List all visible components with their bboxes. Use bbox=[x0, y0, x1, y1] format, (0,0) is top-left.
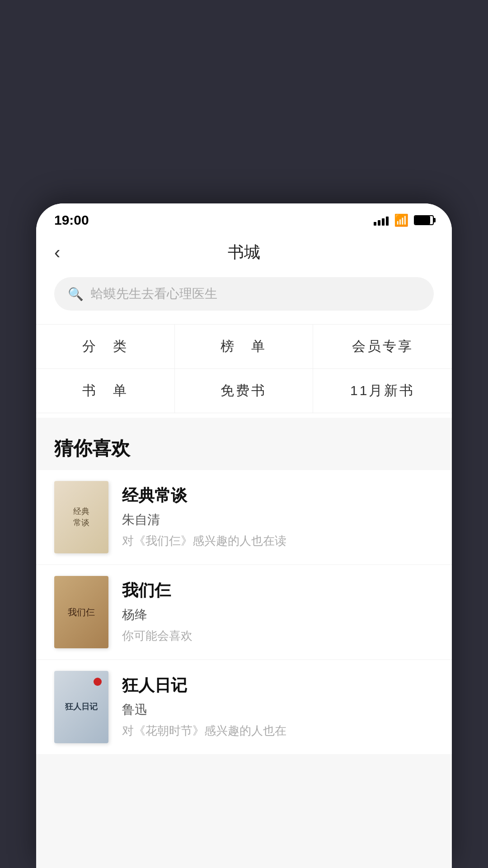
book-name-1: 我们仨 bbox=[122, 580, 192, 602]
book-item-1[interactable]: 我们仨 我们仨 杨绛 你可能会喜欢 bbox=[36, 565, 452, 659]
status-icons: 📶 bbox=[374, 213, 434, 227]
book-desc-0: 对《我们仨》感兴趣的人也在读 bbox=[122, 533, 286, 549]
book-info-1: 我们仨 杨绛 你可能会喜欢 bbox=[122, 576, 192, 644]
category-item-bangdan[interactable]: 榜 单 bbox=[175, 325, 314, 369]
status-time: 19:00 bbox=[54, 212, 89, 228]
nav-bar: ‹ 书城 bbox=[36, 232, 452, 273]
book-cover-text-1: 我们仨 bbox=[68, 606, 95, 618]
search-container: 🔍 蛤蟆先生去看心理医生 bbox=[36, 273, 452, 320]
book-author-2: 鲁迅 bbox=[122, 701, 286, 718]
category-item-vip[interactable]: 会员专享 bbox=[313, 325, 452, 369]
category-item-free[interactable]: 免费书 bbox=[175, 369, 314, 413]
book-info-0: 经典常谈 朱自清 对《我们仨》感兴趣的人也在读 bbox=[122, 481, 286, 549]
search-bar[interactable]: 🔍 蛤蟆先生去看心理医生 bbox=[54, 277, 434, 311]
book-item-0[interactable]: 经典常谈 经典常谈 朱自清 对《我们仨》感兴趣的人也在读 bbox=[36, 470, 452, 564]
category-item-shudan[interactable]: 书 单 bbox=[36, 369, 175, 413]
book-name-0: 经典常谈 bbox=[122, 485, 286, 507]
book-cover-0: 经典常谈 bbox=[54, 481, 108, 553]
wifi-icon: 📶 bbox=[394, 213, 408, 227]
book-info-2: 狂人日记 鲁迅 对《花朝时节》感兴趣的人也在 bbox=[122, 671, 286, 739]
battery-icon bbox=[414, 215, 434, 225]
book-author-1: 杨绛 bbox=[122, 606, 192, 623]
search-placeholder-text: 蛤蟆先生去看心理医生 bbox=[91, 285, 217, 302]
status-bar: 19:00 📶 bbox=[36, 203, 452, 232]
category-item-new[interactable]: 11月新书 bbox=[313, 369, 452, 413]
book-item-2[interactable]: 狂人日记 狂人日记 鲁迅 对《花朝时节》感兴趣的人也在 bbox=[36, 660, 452, 754]
book-desc-1: 你可能会喜欢 bbox=[122, 628, 192, 644]
red-dot bbox=[94, 678, 102, 686]
phone-frame: 19:00 📶 ‹ 书城 🔍 蛤蟆先 bbox=[36, 203, 452, 868]
category-grid: 分 类 榜 单 会员专享 书 单 免费书 11月新书 bbox=[36, 324, 452, 413]
signal-icon bbox=[374, 215, 389, 226]
book-name-2: 狂人日记 bbox=[122, 675, 286, 697]
book-cover-1: 我们仨 bbox=[54, 576, 108, 648]
recommended-section: 猜你喜欢 经典常谈 经典常谈 朱自清 对《我们仨》感兴趣的人也在读 bbox=[36, 418, 452, 868]
back-button[interactable]: ‹ bbox=[54, 242, 60, 263]
category-item-fenglei[interactable]: 分 类 bbox=[36, 325, 175, 369]
search-icon: 🔍 bbox=[68, 287, 84, 302]
nav-title: 书城 bbox=[228, 241, 260, 264]
book-cover-2: 狂人日记 bbox=[54, 671, 108, 743]
phone-inner: 19:00 📶 ‹ 书城 🔍 蛤蟆先 bbox=[36, 203, 452, 868]
book-cover-text-0: 经典常谈 bbox=[73, 506, 89, 528]
book-list: 经典常谈 经典常谈 朱自清 对《我们仨》感兴趣的人也在读 我们仨 bbox=[36, 470, 452, 755]
battery-fill bbox=[415, 216, 430, 224]
book-desc-2: 对《花朝时节》感兴趣的人也在 bbox=[122, 723, 286, 739]
book-cover-text-2: 狂人日记 bbox=[65, 701, 98, 712]
section-title: 猜你喜欢 bbox=[36, 418, 452, 470]
book-author-0: 朱自清 bbox=[122, 511, 286, 528]
